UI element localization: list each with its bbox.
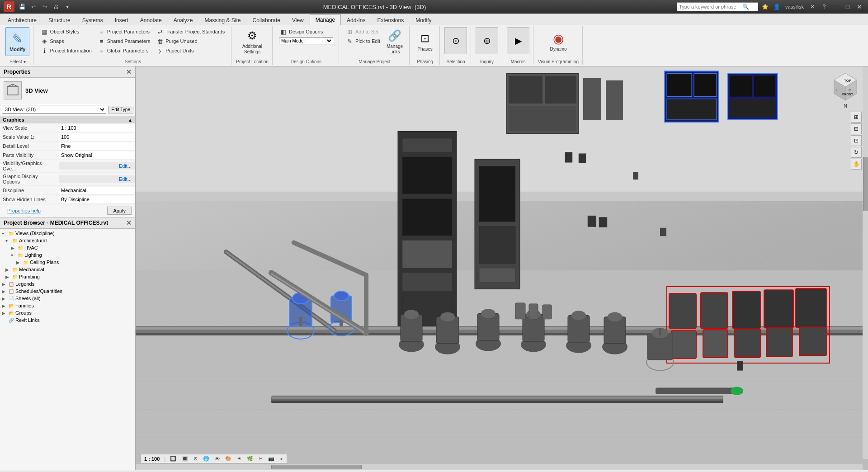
maximize-button[interactable]: □ (843, 2, 853, 12)
schedules-expand-icon[interactable]: ▶ (2, 289, 7, 294)
plumbing-expand-icon[interactable]: ▶ (5, 274, 11, 279)
user-icon[interactable]: 👤 (772, 2, 782, 12)
tab-architecture[interactable]: Architecture (2, 14, 42, 25)
tree-item-legends[interactable]: ▶ 📋 Legends (2, 280, 133, 288)
detail-level-value[interactable]: Fine (59, 142, 135, 150)
manage-links-button[interactable]: 🔗 ManageLinks (384, 27, 406, 56)
tree-item-hvac[interactable]: ▶ 📁 HVAC (2, 244, 133, 251)
undo-button[interactable]: ↩ (28, 2, 38, 12)
view-controls-button-3[interactable]: ⊙ (192, 455, 199, 462)
tree-item-views[interactable]: ▾ 📁 Views (Discipline) (2, 230, 133, 237)
parts-visibility-value[interactable]: Show Original (59, 151, 135, 159)
save-button[interactable]: 💾 (17, 2, 27, 12)
apply-button[interactable]: Apply (107, 207, 132, 215)
scrollbar-v-thumb[interactable] (863, 157, 868, 211)
architectural-expand-icon[interactable]: ▾ (5, 238, 11, 243)
tree-item-schedules[interactable]: ▶ 📋 Schedules/Quantities (2, 288, 133, 295)
redo-button[interactable]: ↪ (40, 2, 50, 12)
scrollbar-horizontal[interactable] (136, 464, 863, 470)
scrollbar-vertical[interactable] (863, 66, 868, 459)
views-expand-icon[interactable]: ▾ (2, 231, 7, 236)
tab-manage[interactable]: Manage (310, 14, 341, 25)
tab-view[interactable]: View (286, 14, 310, 25)
project-units-button[interactable]: ∑ Project Units (154, 46, 227, 55)
phases-button[interactable]: ⊡ Phases (414, 27, 436, 56)
transfer-standards-button[interactable]: ⇄ Transfer Project Standards (154, 27, 227, 36)
view-controls-button-2[interactable]: 🔳 (180, 455, 190, 462)
render-button[interactable]: 📷 (266, 455, 276, 462)
tree-item-ceiling-plans[interactable]: ▶ 📁 Ceiling Plans (2, 259, 133, 266)
sheets-expand-icon[interactable]: ▶ (2, 296, 7, 301)
groups-expand-icon[interactable]: ▶ (2, 311, 7, 316)
shared-params-button[interactable]: ≡ Shared Parameters (95, 37, 153, 46)
legends-expand-icon[interactable]: ▶ (2, 282, 7, 287)
view-selector-dropdown[interactable]: 3D View: (3D) (2, 105, 106, 114)
crop-view-button[interactable]: ✂ (257, 455, 264, 462)
view-controls-button-7[interactable]: ☀ (235, 455, 243, 462)
close-button[interactable]: ✕ (854, 2, 864, 12)
scale-value-input[interactable]: 100 (59, 133, 135, 141)
tab-insert[interactable]: Insert (109, 14, 134, 25)
signout-icon[interactable]: ✕ (807, 2, 817, 12)
visibility-graphics-button[interactable]: Edit... (59, 162, 135, 170)
tree-item-sheets[interactable]: ▶ 📄 Sheets (all) (2, 295, 133, 302)
viewport[interactable]: TOP R L FRONT N ⊞ ⊟ ⊡ ↻ ✋ 1 : 100 (136, 66, 868, 470)
tree-item-families[interactable]: ▶ 📂 Families (2, 302, 133, 309)
tree-item-architectural[interactable]: ▾ 📁 Architectural (2, 237, 133, 244)
zoom-out-button[interactable]: ⊟ (851, 123, 862, 134)
subscription-icon[interactable]: ⭐ (760, 2, 770, 12)
project-info-button[interactable]: ℹ Project Information (38, 46, 94, 55)
hvac-expand-icon[interactable]: ▶ (11, 245, 16, 250)
view-cube-3d[interactable]: TOP R L FRONT (830, 71, 861, 103)
search-input[interactable] (679, 4, 742, 9)
mechanical-expand-icon[interactable]: ▶ (5, 267, 11, 272)
tree-item-groups[interactable]: ▶ 📂 Groups (2, 309, 133, 316)
revit-logo[interactable]: R (4, 1, 14, 12)
families-expand-icon[interactable]: ▶ (2, 303, 7, 308)
properties-help-link[interactable]: Properties help (4, 206, 44, 215)
graphics-section-toggle[interactable]: ▲ (128, 118, 132, 123)
tab-extensions[interactable]: Extensions (371, 14, 410, 25)
search-icon[interactable]: 🔍 (742, 4, 749, 10)
view-controls-button-8[interactable]: 🌿 (245, 455, 255, 462)
dynamo-button[interactable]: ◉ Dynamo (547, 27, 569, 56)
tab-collaborate[interactable]: Collaborate (247, 14, 286, 25)
print-button[interactable]: 🖨 (51, 2, 61, 12)
tab-annotate[interactable]: Annotate (134, 14, 168, 25)
search-box[interactable]: 🔍 (677, 2, 758, 11)
ceiling-plans-expand-icon[interactable]: ▶ (16, 260, 22, 265)
tree-item-plumbing[interactable]: ▶ 📁 Plumbing (2, 273, 133, 280)
tab-addins[interactable]: Add-Ins (341, 14, 371, 25)
purge-unused-button[interactable]: 🗑 Purge Unused (154, 37, 227, 46)
zoom-in-button[interactable]: ⊞ (851, 112, 862, 123)
minimize-button[interactable]: ─ (831, 2, 841, 12)
tab-massing[interactable]: Massing & Site (199, 14, 247, 25)
tab-modify[interactable]: Modify (410, 14, 437, 25)
add-to-set-button[interactable]: ⊞ Add to Set (344, 27, 383, 36)
tab-structure[interactable]: Structure (42, 14, 76, 25)
pick-to-edit-button[interactable]: ✎ Pick to Edit (344, 37, 383, 46)
scrollbar-h-thumb[interactable] (271, 465, 362, 469)
orbit-button[interactable]: ↻ (851, 147, 862, 158)
show-hidden-lines-value[interactable]: By Discipline (59, 196, 135, 203)
view-controls-button-4[interactable]: 🌐 (201, 455, 211, 462)
viewport-scale-label[interactable]: 1 : 100 (142, 456, 161, 462)
qa-dropdown[interactable]: ▾ (62, 2, 72, 12)
additional-settings-button[interactable]: ⚙ AdditionalSettings (240, 27, 265, 56)
tree-item-mechanical[interactable]: ▶ 📁 Mechanical (2, 266, 133, 273)
help-icon[interactable]: ? (819, 2, 829, 12)
view-controls-button-5[interactable]: 👁 (213, 456, 222, 462)
tab-systems[interactable]: Systems (76, 14, 109, 25)
edit-type-button[interactable]: Edit Type (108, 106, 133, 113)
tree-item-revit-links[interactable]: ▶ 🔗 Revit Links (2, 316, 133, 324)
more-controls-button[interactable]: < (278, 456, 284, 462)
main-model-dropdown[interactable]: Main Model (279, 38, 333, 44)
view-scale-value[interactable]: 1 : 100 (59, 124, 135, 132)
view-controls-button-1[interactable]: 🔲 (168, 455, 178, 462)
project-browser-close-button[interactable]: ✕ (126, 219, 132, 227)
tree-item-lighting[interactable]: ▾ 📁 Lighting (2, 251, 133, 259)
discipline-value[interactable]: Mechanical (59, 187, 135, 194)
3d-scene[interactable]: TOP R L FRONT N ⊞ ⊟ ⊡ ↻ ✋ 1 : 100 (136, 66, 868, 470)
view-cube-svg[interactable]: TOP R L FRONT (830, 71, 861, 103)
graphic-display-button[interactable]: Edit... (59, 175, 135, 183)
